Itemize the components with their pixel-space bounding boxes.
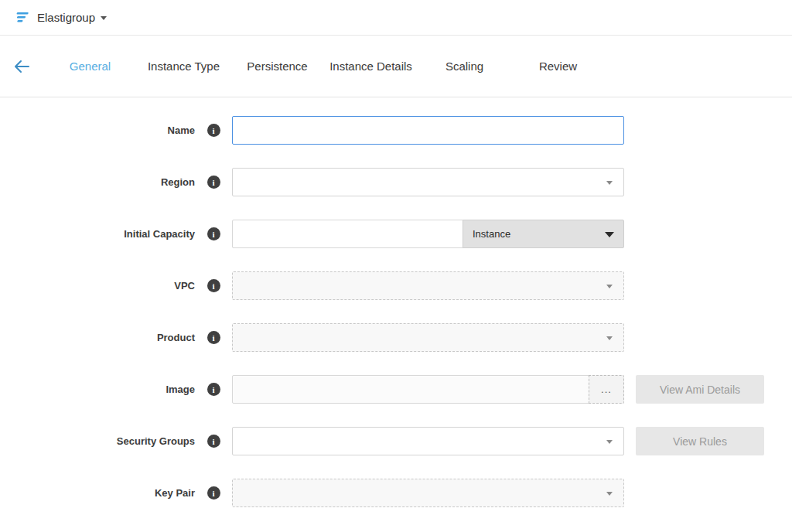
chevron-down-icon xyxy=(101,16,107,20)
initial-capacity-input[interactable] xyxy=(232,220,463,248)
key-pair-label: Key Pair xyxy=(0,487,195,499)
chevron-down-icon xyxy=(606,336,613,340)
chevron-down-icon xyxy=(606,181,613,185)
form-row-initial-capacity: Initial Capacity i Instance xyxy=(0,220,792,248)
product-switcher[interactable]: Elastigroup xyxy=(37,11,107,24)
key-pair-select xyxy=(232,479,624,507)
security-groups-label: Security Groups xyxy=(0,435,195,447)
chevron-down-icon xyxy=(606,285,613,288)
chevron-down-icon xyxy=(606,440,613,444)
image-input[interactable] xyxy=(232,375,589,404)
chevron-down-icon xyxy=(605,232,614,237)
back-arrow-icon xyxy=(13,60,30,73)
wizard-tabs: General Instance Type Persistence Instan… xyxy=(43,60,605,73)
back-button[interactable] xyxy=(0,60,43,73)
form-row-name: Name i xyxy=(0,116,792,145)
image-info-icon[interactable]: i xyxy=(207,383,220,396)
form-row-product: Product i xyxy=(0,323,792,352)
vpc-select xyxy=(232,271,624,300)
chevron-down-icon xyxy=(606,492,613,496)
image-label: Image xyxy=(0,384,195,395)
name-label: Name xyxy=(0,124,195,136)
initial-capacity-label: Initial Capacity xyxy=(0,228,195,240)
name-input[interactable] xyxy=(232,116,624,145)
top-bar: Elastigroup xyxy=(0,0,792,36)
view-ami-details-button[interactable]: View Ami Details xyxy=(636,375,764,404)
tab-general[interactable]: General xyxy=(43,60,137,73)
form-row-region: Region i xyxy=(0,168,792,196)
image-browse-button[interactable]: ... xyxy=(589,375,624,404)
vpc-label: VPC xyxy=(0,280,195,292)
capacity-unit-select[interactable]: Instance xyxy=(463,220,624,248)
tab-instance-details[interactable]: Instance Details xyxy=(324,60,418,73)
tab-persistence[interactable]: Persistence xyxy=(230,60,324,73)
brand-label: Elastigroup xyxy=(37,11,95,24)
product-info-icon[interactable]: i xyxy=(207,331,220,344)
vpc-info-icon[interactable]: i xyxy=(207,279,220,292)
key-pair-info-icon[interactable]: i xyxy=(207,486,220,500)
form-row-image: Image i ... View Ami Details xyxy=(0,375,792,404)
elastigroup-logo-icon xyxy=(12,10,31,26)
security-groups-info-icon[interactable]: i xyxy=(207,435,220,448)
tab-instance-type[interactable]: Instance Type xyxy=(137,60,230,73)
form-row-key-pair: Key Pair i xyxy=(0,479,792,507)
general-settings-form: Name i Region i Initial Capacity i Insta… xyxy=(0,97,792,507)
product-label: Product xyxy=(0,332,195,343)
view-rules-button[interactable]: View Rules xyxy=(636,427,764,455)
region-label: Region xyxy=(0,176,195,188)
product-select xyxy=(232,323,624,352)
tab-scaling[interactable]: Scaling xyxy=(418,60,511,73)
tab-review[interactable]: Review xyxy=(511,60,605,73)
wizard-tab-bar: General Instance Type Persistence Instan… xyxy=(0,36,792,97)
capacity-unit-value: Instance xyxy=(473,228,510,240)
region-info-icon[interactable]: i xyxy=(207,176,220,189)
name-info-icon[interactable]: i xyxy=(207,124,220,137)
region-select[interactable] xyxy=(232,168,624,196)
form-row-vpc: VPC i xyxy=(0,271,792,300)
initial-capacity-info-icon[interactable]: i xyxy=(207,227,220,240)
form-row-security-groups: Security Groups i View Rules xyxy=(0,427,792,455)
security-groups-select[interactable] xyxy=(232,427,624,455)
